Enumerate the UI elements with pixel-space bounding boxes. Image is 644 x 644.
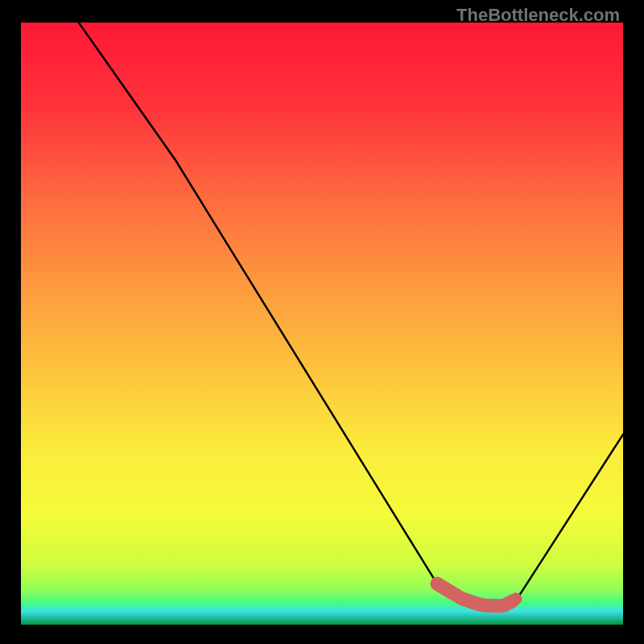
bottleneck-chart	[21, 23, 623, 625]
valley-dot	[510, 592, 522, 605]
gradient-background	[21, 23, 623, 625]
chart-frame	[21, 23, 623, 625]
attribution-text: TheBottleneck.com	[456, 5, 620, 26]
